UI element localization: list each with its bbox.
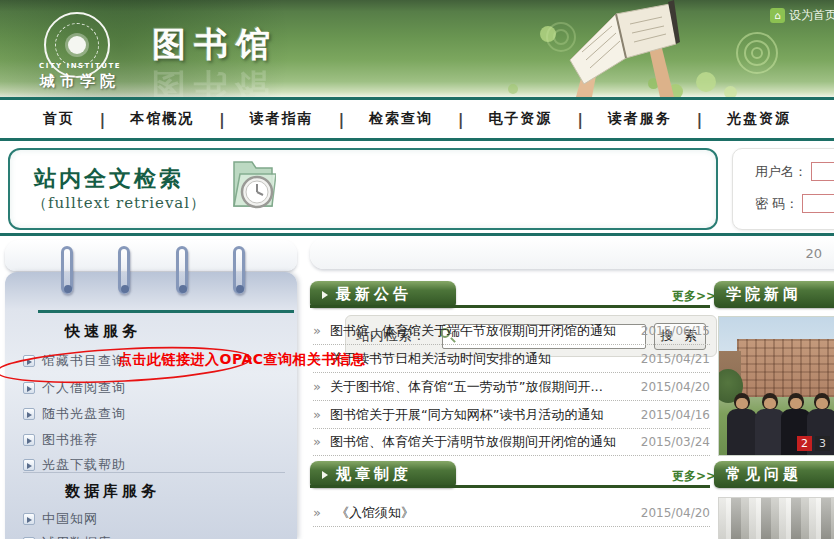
username-field[interactable]: [811, 162, 834, 181]
nav-item-disc-resources[interactable]: 光盘资源: [727, 110, 791, 128]
rules-underline: [310, 485, 710, 488]
sidebar-divider: [23, 472, 285, 473]
sidebar-section-quick-services: 快速服务: [65, 322, 141, 341]
arrow-bullet-icon: [23, 355, 35, 367]
announcement-link[interactable]: 图书馆、体育馆关于清明节放假期间开闭馆的通知: [330, 433, 635, 451]
divider-line: [0, 233, 834, 236]
arrow-bullet-icon: [23, 408, 35, 420]
announcement-date: 2015/04/21: [641, 352, 710, 366]
rules-date: 2015/04/20: [641, 506, 710, 520]
announcement-row: » 图书馆、体育馆关于清明节放假期间开闭馆的通知 2015/03/24: [313, 428, 710, 456]
set-homepage-label: 设为首页: [789, 7, 834, 24]
double-arrow-icon: »: [313, 434, 321, 449]
rules-header: 规章制度: [310, 461, 456, 488]
login-panel: 用户名： 密 码：: [732, 148, 834, 230]
nav-separator: |: [219, 110, 225, 129]
divider-line: [0, 138, 834, 141]
person-figure: [727, 393, 757, 455]
faq-title: 常见问题: [726, 465, 802, 484]
double-arrow-icon: »: [313, 505, 321, 520]
set-homepage-link[interactable]: ⌂ 设为首页: [770, 7, 834, 24]
rules-link[interactable]: 《入馆须知》: [330, 504, 635, 522]
nav-item-reader-services[interactable]: 读者服务: [608, 110, 672, 128]
carousel-page-2[interactable]: 2: [797, 436, 812, 451]
sidebar-item-label: 馆藏书目查询: [42, 352, 126, 370]
carousel-pagination: 2 3: [797, 436, 830, 451]
home-icon: ⌂: [770, 8, 785, 23]
sidebar-item-label: 随书光盘查询: [42, 405, 126, 423]
binder-ring: [61, 246, 73, 294]
announcement-row: » 关于读书节日相关活动时间安排的通知 2015/04/21: [313, 345, 710, 373]
announcements-title: 最新公告: [336, 285, 412, 304]
carousel-page-3[interactable]: 3: [815, 436, 830, 451]
arrow-bullet-icon: [23, 513, 35, 525]
nav-separator: |: [577, 110, 583, 129]
fulltext-search-panel: 站内全文检索 （fulltext retrieval） 站内检索： 搜 索: [8, 148, 718, 230]
sidebar: 快速服务 馆藏书目查询 个人借阅查询 随书光盘查询 图书推荐 光盘下载帮助 数据…: [5, 272, 297, 539]
page-root: CITY INSTITUTE 城市学院 图书馆 图书馆 ⌂ 设为首页 首页 | …: [0, 0, 834, 539]
arrow-bullet-icon: [23, 459, 35, 471]
nav-item-search[interactable]: 检索查询: [369, 110, 433, 128]
sidebar-item-label: 个人借阅查询: [42, 379, 126, 397]
sidebar-item-book-recommend[interactable]: 图书推荐: [23, 431, 98, 449]
college-news-photo: 2 3: [719, 317, 834, 455]
sidebar-item-label: 图书推荐: [42, 431, 98, 449]
arrow-bullet-icon: [23, 382, 35, 394]
rules-title: 规章制度: [336, 465, 412, 484]
announcements-more-link[interactable]: 更多>>: [672, 288, 716, 305]
announcement-link[interactable]: 图书馆关于开展“同方知网杯”读书月活动的通知: [330, 406, 635, 424]
sidebar-item-label: 试用数据库: [42, 534, 112, 539]
announcement-link[interactable]: 图书馆、体育馆关于端午节放假期间开闭馆的通知: [330, 322, 635, 340]
rules-row: » 《入馆须知》 2015/04/20: [313, 499, 710, 527]
nav-separator: |: [338, 110, 344, 129]
sidebar-accent-rule: [38, 310, 294, 313]
hands-book-illustration: [548, 0, 713, 97]
announcement-link[interactable]: 关于图书馆、体育馆“五一劳动节”放假期间开...: [330, 378, 635, 396]
password-field[interactable]: [802, 194, 834, 213]
password-label: 密 码：: [755, 195, 798, 213]
tab-arrow-icon: [322, 471, 328, 479]
nav-item-reader-guide[interactable]: 读者指南: [250, 110, 314, 128]
announcements-underline: [310, 305, 710, 308]
sidebar-item-personal-loans[interactable]: 个人借阅查询: [23, 379, 126, 397]
faq-header: 常见问题: [714, 461, 834, 488]
announcement-date: 2015/06/15: [641, 324, 710, 338]
tab-arrow-icon: [322, 291, 328, 299]
nav-separator: |: [697, 110, 703, 129]
date-ticker-card: 20: [310, 238, 834, 269]
sidebar-item-opac-catalog[interactable]: 馆藏书目查询: [23, 352, 126, 370]
announcement-link[interactable]: 关于读书节日相关活动时间安排的通知: [330, 350, 635, 368]
faq-photo: [719, 498, 834, 539]
announcement-date: 2015/03/24: [641, 435, 710, 449]
sidebar-item-disc-search[interactable]: 随书光盘查询: [23, 405, 126, 423]
logo-chinese-text: 城市学院: [30, 72, 130, 91]
banner: CITY INSTITUTE 城市学院 图书馆 图书馆 ⌂ 设为首页: [0, 0, 834, 97]
sidebar-section-database-services: 数据库服务: [65, 482, 160, 501]
sidebar-item-trial-databases[interactable]: 试用数据库: [23, 534, 112, 539]
username-label: 用户名：: [755, 163, 807, 181]
search-panel-title: 站内全文检索: [34, 164, 184, 194]
announcement-date: 2015/04/16: [641, 408, 710, 422]
announcement-row: » 关于图书馆、体育馆“五一劳动节”放假期间开... 2015/04/20: [313, 373, 710, 401]
logo-english-text: CITY INSTITUTE: [36, 62, 124, 70]
double-arrow-icon: »: [313, 379, 321, 394]
announcement-date: 2015/04/20: [641, 380, 710, 394]
nav-item-about[interactable]: 本馆概况: [130, 110, 194, 128]
bokeh-dot: [508, 84, 518, 94]
nav-item-eresources[interactable]: 电子资源: [488, 110, 552, 128]
rules-more-link[interactable]: 更多>>: [672, 468, 716, 485]
annotation-text: 点击此链接进入OPAC查询相关书信息: [118, 351, 365, 369]
ticker-text: 20: [805, 246, 822, 261]
site-title: 图书馆: [152, 22, 278, 68]
notebook-card-top: [5, 240, 297, 271]
college-news-header: 学院新闻: [714, 281, 834, 308]
double-arrow-icon: »: [313, 323, 321, 338]
nav-separator: |: [458, 110, 464, 129]
nav-item-home[interactable]: 首页: [43, 110, 75, 128]
sidebar-item-cnki[interactable]: 中国知网: [23, 510, 98, 528]
search-panel-subtitle: （fulltext retrieval）: [32, 194, 206, 213]
binder-ring: [176, 246, 188, 294]
folder-clock-icon: [230, 158, 276, 212]
binder-ring: [118, 246, 130, 294]
announcements-header: 最新公告: [310, 281, 456, 308]
